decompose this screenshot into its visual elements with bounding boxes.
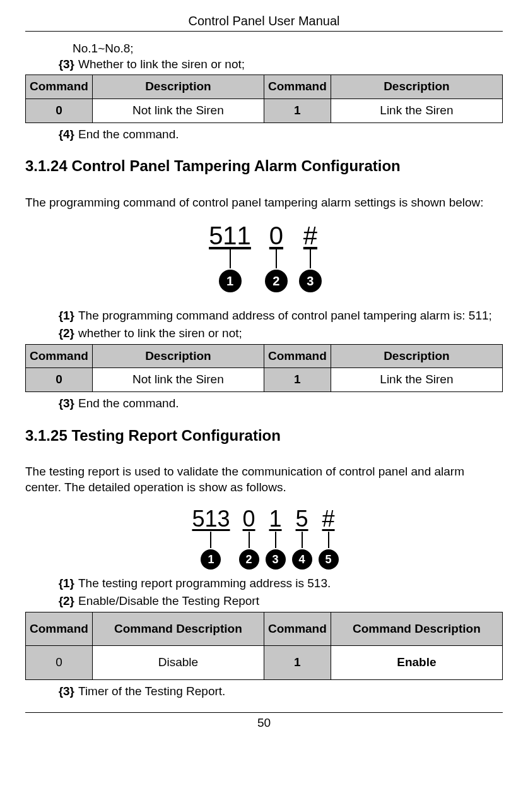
brace-label: {3} [50,57,74,73]
cell-desc-disable: Disable [92,646,264,680]
cell-cmd-1: 1 [264,646,331,680]
segment-value: 1 [267,508,285,530]
brace-text: Timer of the Testing Report. [78,684,225,698]
stem [276,249,277,268]
cell-cmd-1: 1 [264,368,331,392]
segment-index-1: 1 [219,270,242,292]
stem [230,249,231,268]
th-cmd-description: Command Description [92,612,264,646]
segment-value: # [320,508,337,530]
command-diagram-511: 511 1 0 2 # 3 [25,223,503,292]
cell-desc-enable: Enable [331,646,502,680]
th-description: Description [92,75,264,99]
segment-0: 0 2 [239,508,259,570]
segment-value: 513 [189,508,232,530]
segment-511: 511 1 [206,223,254,292]
th-description: Description [331,75,502,99]
brace-label: {1} [50,308,74,324]
cell-cmd-0: 0 [26,99,93,123]
section-intro-3124: The programming command of control panel… [25,195,503,211]
segment-index-5: 5 [319,549,339,570]
stem [210,532,211,548]
segment-index-2: 2 [239,549,259,570]
brace-label: {1} [50,576,74,592]
brace-text: whether to link the siren or not; [78,326,242,340]
segment-value: 0 [267,223,286,248]
brace-label: {3} [50,396,74,412]
page-number: 50 [25,712,503,731]
segment-index-3: 3 [266,549,286,570]
segment-index-2: 2 [265,270,288,292]
th-command: Command [264,75,331,99]
cell-cmd-0: 0 [26,646,93,680]
prelude-item-4: {4}End the command. [50,127,503,143]
stem [310,249,311,268]
sec25-item-2: {2}Enable/Disable the Testing Report [50,594,503,609]
segment-1: 1 3 [266,508,286,570]
brace-label: {4} [50,127,74,143]
cell-desc-link: Link the Siren [331,99,502,123]
segment-value: 5 [293,508,311,530]
siren-link-table-a: Command Description Command Description … [25,75,503,122]
segment-5: 5 4 [292,508,312,570]
siren-link-table-b: Command Description Command Description … [25,344,503,392]
th-cmd-description: Command Description [331,612,502,646]
sec24-item-2: {2}whether to link the siren or not; [50,326,503,342]
page-header: Control Panel User Manual [25,13,503,32]
sec25-item-3: {3}Timer of the Testing Report. [50,684,503,700]
sec24-item-1: {1}The programming command address of co… [50,308,503,324]
segment-value: # [301,223,320,248]
cell-desc-notlink: Not link the Siren [92,368,264,392]
testing-report-table: Command Command Description Command Comm… [25,612,503,680]
th-command: Command [26,612,93,646]
th-description: Description [92,344,264,368]
th-command: Command [264,612,331,646]
segment-0: 0 2 [265,223,288,292]
section-intro-3125: The testing report is used to validate t… [25,464,503,495]
th-command: Command [264,344,331,368]
brace-text: The programming command address of contr… [78,309,492,322]
brace-label: {2} [50,594,74,609]
th-command: Command [26,75,93,99]
segment-index-1: 1 [201,549,221,570]
sec25-item-1: {1}The testing report programming addres… [50,576,503,592]
th-command: Command [26,344,93,368]
brace-text: End the command. [78,397,179,410]
th-description: Description [331,344,502,368]
cell-cmd-1: 1 [264,99,331,123]
segment-hash: # 5 [319,508,339,570]
brace-text: The testing report programming address i… [78,576,331,590]
section-heading-3124: 3.1.24 Control Panel Tampering Alarm Con… [25,156,503,176]
segment-513: 513 1 [189,508,232,570]
segment-hash: # 3 [299,223,322,292]
segment-value: 0 [240,508,258,530]
brace-label: {3} [50,684,74,700]
sec24-item-3: {3}End the command. [50,396,503,412]
stem [302,532,303,548]
segment-index-4: 4 [292,549,312,570]
stem [249,532,250,548]
cell-desc-link: Link the Siren [331,368,502,392]
cell-cmd-0: 0 [26,368,93,392]
segment-index-3: 3 [299,270,322,292]
prelude-item-3: {3}Whether to link the siren or not; [50,57,503,73]
section-heading-3125: 3.1.25 Testing Report Configuration [25,426,503,445]
segment-value: 511 [206,223,254,248]
brace-text: Whether to link the siren or not; [78,57,245,71]
brace-text: Enable/Disable the Testing Report [78,594,259,607]
stem [275,532,276,548]
command-diagram-513: 513 1 0 2 1 3 5 4 # 5 [25,508,503,570]
brace-label: {2} [50,326,74,342]
prelude-line-no18: No.1~No.8; [73,41,503,57]
cell-desc-notlink: Not link the Siren [92,99,264,123]
brace-text: End the command. [78,128,179,141]
stem [328,532,329,548]
